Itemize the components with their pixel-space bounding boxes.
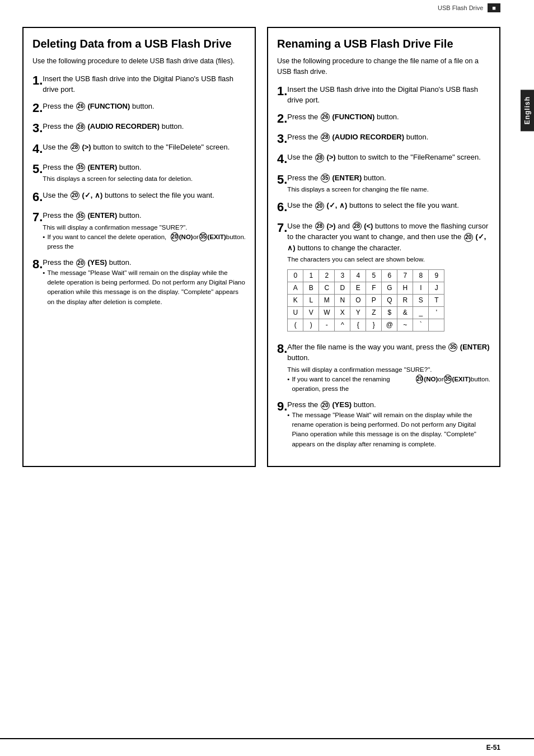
step-content: Press the 35 (ENTER) button. This will d… [43,210,246,251]
step-num: 5. [32,162,43,184]
circle-icon: 20 [71,191,79,200]
step-content: Press the 26 (FUNCTION) button. [287,111,490,126]
circle-icon: 35 [76,163,85,172]
right-step-2: 2. Press the 26 (FUNCTION) button. [277,111,490,126]
left-section: Deleting Data from a USB Flash Drive Use… [22,27,256,467]
step-content: Use the 28 (>) button to switch to the "… [287,152,490,166]
top-bar: USB Flash Drive ■ [0,0,534,16]
step-content: Press the 20 (YES) button. The message "… [287,399,490,449]
left-step-4: 4. Use the 28 (>) button to switch to th… [32,142,246,156]
circle-icon: 35 [448,343,457,352]
right-step-5: 5. Press the 35 (ENTER) button. This dis… [277,172,490,195]
page-number: E-51 [486,744,500,752]
circle-icon: 20 [321,401,330,410]
circle-icon: 35 [76,212,85,221]
step-num: 4. [32,142,43,156]
step-num: 1. [32,73,43,95]
step-num: 3. [277,132,287,146]
left-step-5: 5. Press the 35 (ENTER) button. This dis… [32,162,246,184]
sub-note: This displays a screen for selecting dat… [43,174,246,184]
table-row: ABCDEFGHIJ [288,282,444,294]
table-row: UVWXYZ$&_' [288,306,444,319]
step-num: 2. [277,111,287,126]
step-num: 3. [32,121,43,136]
left-step-7: 7. Press the 35 (ENTER) button. This wil… [32,210,246,251]
right-step-1: 1. Insert the USB flash drive into the D… [277,84,490,106]
circle-icon: 26 [76,102,85,111]
step-content: After the file name is the way you want,… [287,342,490,394]
step-content: Press the 28 (AUDIO RECORDER) button. [287,132,490,146]
left-intro: Use the following procedure to delete US… [32,56,246,67]
right-step-7: 7. Use the 28 (>) and 28 (<) buttons to … [277,221,490,336]
step-content: Use the 28 (>) and 28 (<) buttons to mov… [287,221,490,336]
bullet-note: The message "Please Wait" will remain on… [287,410,490,449]
right-step-3: 3. Press the 28 (AUDIO RECORDER) button. [277,132,490,146]
step-content: Use the 20 (✓, ∧) buttons to select the … [287,200,490,214]
step-num: 1. [277,84,287,106]
left-step-3: 3. Press the 28 (AUDIO RECORDER) button. [32,121,246,136]
sub-note: This will display a confirmation message… [43,223,246,232]
step-num: 9. [277,399,287,449]
table-row: KLMNOPQRST [288,294,444,306]
step-content: Press the 35 (ENTER) button. This displa… [43,162,246,184]
circle-icon: 20 [171,232,179,241]
bullet-note: If you want to cancel the renaming opera… [287,375,490,394]
header-label: USB Flash Drive [438,4,483,11]
step-num: 7. [32,210,43,251]
step-num: 5. [277,172,287,195]
page-wrapper: USB Flash Drive ■ English Deleting Data … [0,0,534,756]
circle-icon: 28 [315,153,324,162]
sub-note: This will display a confirmation message… [287,365,490,375]
right-step-4: 4. Use the 28 (>) button to switch to th… [277,152,490,166]
bullet-note: The message "Please Wait" will remain on… [43,268,246,307]
circle-icon: 20 [76,259,85,268]
circle-icon: 28 [353,222,362,231]
step-num: 2. [32,101,43,115]
step-content: Press the 28 (AUDIO RECORDER) button. [43,121,246,136]
step-content: Use the 20 (✓, ∧) buttons to select the … [43,190,246,204]
right-section: Renaming a USB Flash Drive File Use the … [267,27,500,467]
table-row: 0123456789 [288,269,444,282]
circle-icon: 26 [321,113,330,122]
right-step-9: 9. Press the 20 (YES) button. The messag… [277,399,490,449]
circle-icon: 28 [321,133,330,142]
step-content: Press the 20 (YES) button. The message "… [43,257,246,307]
sub-note: The characters you can select are shown … [287,255,490,264]
circle-icon: 20 [464,233,473,242]
step-num: 6. [277,200,287,214]
bottom-bar: E-51 [0,738,534,756]
circle-icon: 28 [76,123,85,132]
bullet-note: If you want to cancel the delete operati… [43,232,246,252]
table-row: ()-^{}@~` [288,319,444,331]
left-step-8: 8. Press the 20 (YES) button. The messag… [32,257,246,307]
char-table: 0123456789 ABCDEFGHIJ KLMNOPQRST UVWXYZ$… [287,269,444,332]
left-step-6: 6. Use the 20 (✓, ∧) buttons to select t… [32,190,246,204]
right-step-6: 6. Use the 20 (✓, ∧) buttons to select t… [277,200,490,214]
step-content: Press the 26 (FUNCTION) button. [43,101,246,115]
circle-icon: 20 [315,202,324,211]
main-content: Deleting Data from a USB Flash Drive Use… [0,16,534,478]
step-num: 8. [32,257,43,307]
left-step-2: 2. Press the 26 (FUNCTION) button. [32,101,246,115]
circle-icon: 28 [315,222,324,231]
step-content: Insert the USB flash drive into the Digi… [43,73,246,95]
step-content: Use the 28 (>) button to switch to the "… [43,142,246,156]
step-num: 4. [277,152,287,166]
circle-icon: 35 [199,232,207,241]
step-num: 8. [277,342,287,394]
step-content: Insert the USB flash drive into the Digi… [287,84,490,106]
circle-icon: 28 [71,143,79,152]
side-tab: English [521,90,534,131]
circle-icon: 20 [416,375,423,384]
header-block: ■ [488,3,500,12]
step-num: 6. [32,190,43,204]
right-section-title: Renaming a USB Flash Drive File [277,37,490,50]
right-step-8: 8. After the file name is the way you wa… [277,342,490,394]
right-intro: Use the following procedure to change th… [277,56,490,77]
sub-note: This displays a screen for changing the … [287,185,490,194]
step-content: Press the 35 (ENTER) button. This displa… [287,172,490,195]
circle-icon: 35 [444,375,451,384]
left-section-title: Deleting Data from a USB Flash Drive [32,37,246,50]
left-step-1: 1. Insert the USB flash drive into the D… [32,73,246,95]
step-num: 7. [277,221,287,336]
